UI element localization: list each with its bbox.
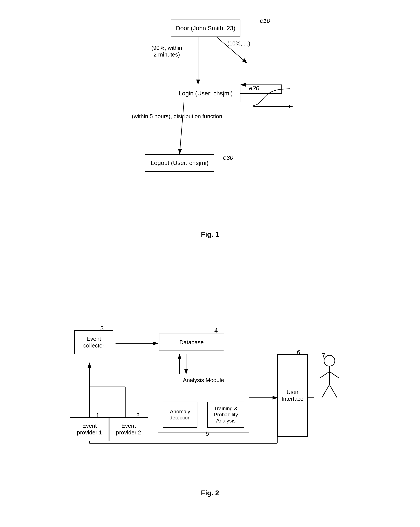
svg-line-29	[322, 385, 329, 398]
svg-point-25	[324, 355, 335, 366]
label-6: 6	[297, 349, 300, 356]
svg-line-4	[180, 102, 184, 154]
event-provider2-box: Event provider 2	[109, 417, 148, 441]
e10-label: e10	[260, 17, 270, 24]
analysis-module-box: Analysis Module Anomaly detection Traini…	[158, 374, 249, 432]
page: Door (John Smith, 23) e10 (90%, within 2…	[0, 0, 420, 527]
label-1: 1	[96, 412, 99, 419]
label-3: 3	[100, 325, 104, 332]
event-collector-box: Event collector	[74, 330, 113, 354]
door-node: Door (John Smith, 23)	[171, 20, 240, 37]
left-branch-label: (90%, within 2 minutes)	[151, 44, 182, 58]
training-box: Training & Probability Analysis	[207, 402, 244, 428]
label-5: 5	[206, 430, 209, 437]
right-branch-label: (10%, ...)	[227, 40, 250, 47]
logout-node: Logout (User: chsjmi)	[145, 154, 214, 172]
label-2: 2	[136, 412, 140, 419]
label-4: 4	[214, 327, 218, 334]
event-provider1-box: Event provider 1	[70, 417, 109, 441]
label-7: 7	[322, 352, 325, 359]
svg-line-28	[329, 372, 339, 378]
distribution-label: (within 5 hours), distribution function	[132, 113, 236, 120]
login-node: Login (User: chsjmi)	[171, 85, 240, 102]
figure-1-container: Door (John Smith, 23) e10 (90%, within 2…	[17, 13, 403, 252]
figure-2-diagram: Event collector 3 Database 4 Analysis Mo…	[58, 269, 362, 483]
svg-line-27	[320, 372, 329, 378]
svg-line-30	[329, 385, 337, 398]
anomaly-detection-box: Anomaly detection	[163, 402, 197, 428]
user-interface-box: User Interface	[277, 354, 308, 437]
distribution-curve	[251, 87, 295, 111]
fig2-caption: Fig. 2	[17, 489, 403, 497]
figure-1-diagram: Door (John Smith, 23) e10 (90%, within 2…	[112, 13, 308, 226]
stick-figure	[315, 354, 344, 404]
fig1-caption: Fig. 1	[17, 230, 403, 238]
figure-2-container: Event collector 3 Database 4 Analysis Mo…	[17, 269, 403, 508]
e30-label: e30	[223, 154, 233, 161]
database-box: Database	[159, 334, 224, 351]
